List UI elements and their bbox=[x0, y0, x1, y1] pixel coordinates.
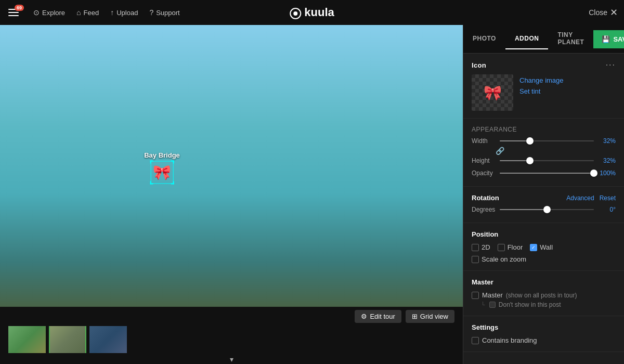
more-options-button[interactable]: ··· bbox=[606, 61, 616, 69]
save-icon: 💾 bbox=[602, 35, 610, 43]
degrees-slider-thumb[interactable] bbox=[543, 206, 551, 213]
tab-addon[interactable]: ADDON bbox=[505, 29, 549, 49]
opacity-slider-fill bbox=[500, 173, 594, 174]
height-slider-row: Height 32% bbox=[472, 157, 616, 164]
top-navigation: 69 ⊙ Explore ⌂ Feed ↑ Upload ? Support k… bbox=[0, 0, 624, 25]
position-floor-checkbox[interactable] bbox=[498, 244, 505, 251]
nav-support[interactable]: ? Support bbox=[145, 6, 184, 19]
gear-icon: ⚙ bbox=[361, 313, 367, 320]
set-tint-button[interactable]: Set tint bbox=[519, 87, 564, 95]
contains-branding-label: Contains branding bbox=[482, 336, 537, 344]
main-layout: Bay Bridge 🎀 ⚙ Edit tour ⊞ Grid bbox=[0, 25, 624, 364]
rotation-actions: Advanced Reset bbox=[566, 194, 616, 202]
grid-view-label: Grid view bbox=[420, 313, 448, 320]
close-button[interactable]: Close ✕ bbox=[589, 7, 618, 18]
tab-photo-label: PHOTO bbox=[473, 35, 496, 42]
right-panel: PHOTO ADDON TINYPLANET 💾 SAVE Icon ··· 🎀 bbox=[463, 25, 624, 364]
panel-tabs: PHOTO ADDON TINYPLANET 💾 SAVE bbox=[463, 25, 624, 54]
nav-right: Close ✕ bbox=[589, 7, 618, 18]
position-section: Position 2D Floor ✓ Wall Scale on zoom bbox=[463, 223, 624, 271]
width-slider-thumb[interactable] bbox=[526, 137, 534, 145]
appearance-title: Appearance bbox=[472, 126, 616, 133]
master-sub-label: (show on all posts in tour) bbox=[506, 292, 577, 299]
opacity-slider[interactable] bbox=[500, 173, 594, 174]
link-dimensions-icon[interactable]: 🔗 bbox=[472, 147, 616, 155]
nav-left: 69 ⊙ Explore ⌂ Feed ↑ Upload ? Support bbox=[6, 6, 184, 19]
contains-branding-option: Contains branding bbox=[472, 336, 616, 344]
close-label: Close bbox=[589, 8, 607, 17]
dont-show-row: └ Don't show in this post bbox=[472, 301, 616, 308]
thumbnails-strip bbox=[0, 326, 463, 353]
rotation-advanced-button[interactable]: Advanced bbox=[566, 194, 594, 202]
logo-icon bbox=[290, 8, 301, 19]
change-image-button[interactable]: Change image bbox=[519, 76, 564, 84]
position-wall-checkbox[interactable]: ✓ bbox=[530, 244, 537, 251]
bottom-toolbar: ⚙ Edit tour ⊞ Grid view bbox=[0, 307, 463, 326]
icon-section-title: Icon bbox=[472, 61, 486, 69]
position-2d-checkbox[interactable] bbox=[472, 244, 479, 251]
thumbnail-1[interactable] bbox=[8, 326, 46, 353]
dont-show-checkbox[interactable] bbox=[489, 302, 496, 308]
height-label: Height bbox=[472, 157, 496, 164]
position-floor-option[interactable]: Floor bbox=[498, 243, 523, 251]
dont-show-label: Don't show in this post bbox=[499, 301, 561, 308]
height-slider-thumb[interactable] bbox=[526, 157, 534, 164]
icon-preview: 🎀 bbox=[472, 74, 513, 111]
master-title: Master bbox=[472, 278, 616, 286]
contains-branding-checkbox[interactable] bbox=[472, 337, 479, 344]
rotation-reset-button[interactable]: Reset bbox=[600, 194, 616, 202]
height-slider[interactable] bbox=[500, 160, 594, 161]
degrees-slider[interactable] bbox=[500, 209, 594, 210]
upload-icon: ↑ bbox=[110, 8, 114, 17]
rotation-header: Rotation Advanced Reset bbox=[472, 194, 616, 202]
icon-image: 🎀 bbox=[484, 84, 502, 101]
panorama-viewer[interactable]: Bay Bridge 🎀 ⚙ Edit tour ⊞ Grid bbox=[0, 25, 463, 364]
position-2d-label: 2D bbox=[482, 243, 490, 251]
collapse-thumbnails-button[interactable]: ▾ bbox=[225, 355, 238, 364]
master-label: Master bbox=[482, 291, 503, 299]
position-title: Position bbox=[472, 230, 616, 238]
hamburger-menu[interactable]: 69 bbox=[6, 7, 21, 18]
degrees-value: 0° bbox=[598, 206, 616, 213]
scale-zoom-checkbox[interactable] bbox=[472, 256, 479, 263]
position-wall-option[interactable]: ✓ Wall bbox=[530, 243, 553, 251]
close-icon: ✕ bbox=[610, 7, 618, 18]
position-2d-option[interactable]: 2D bbox=[472, 243, 490, 251]
appearance-section: Appearance Width 32% 🔗 Height 32% bbox=[463, 119, 624, 187]
scale-zoom-option[interactable]: Scale on zoom bbox=[472, 255, 616, 263]
nav-support-label: Support bbox=[156, 9, 180, 17]
notification-badge: 69 bbox=[15, 5, 24, 11]
width-value: 32% bbox=[598, 137, 616, 145]
edit-tour-button[interactable]: ⚙ Edit tour bbox=[355, 310, 401, 323]
icon-section-header: Icon ··· bbox=[472, 61, 616, 69]
width-slider[interactable] bbox=[500, 140, 594, 141]
master-checkbox[interactable] bbox=[472, 292, 479, 299]
logo-text: kuula bbox=[304, 6, 334, 19]
opacity-slider-thumb[interactable] bbox=[590, 170, 597, 177]
grid-view-button[interactable]: ⊞ Grid view bbox=[406, 310, 454, 323]
nav-upload[interactable]: ↑ Upload bbox=[106, 6, 142, 19]
tab-tiny-planet[interactable]: TINYPLANET bbox=[548, 25, 593, 53]
master-section: Master Master (show on all posts in tour… bbox=[463, 271, 624, 316]
nav-upload-label: Upload bbox=[116, 9, 138, 17]
width-slider-row: Width 32% bbox=[472, 137, 616, 145]
save-label: SAVE bbox=[613, 35, 624, 43]
width-label: Width bbox=[472, 137, 496, 145]
opacity-label: Opacity bbox=[472, 170, 496, 177]
degrees-label: Degrees bbox=[472, 206, 496, 213]
position-floor-label: Floor bbox=[508, 243, 523, 251]
thumbnail-2[interactable] bbox=[49, 326, 86, 353]
nav-feed[interactable]: ⌂ Feed bbox=[72, 6, 103, 19]
degrees-slider-fill bbox=[500, 209, 547, 210]
scale-zoom-label: Scale on zoom bbox=[482, 255, 526, 263]
help-icon: ? bbox=[149, 8, 153, 17]
tab-photo[interactable]: PHOTO bbox=[463, 29, 505, 49]
nav-explore-label: Explore bbox=[42, 9, 65, 17]
home-icon: ⌂ bbox=[76, 8, 81, 17]
nav-explore[interactable]: ⊙ Explore bbox=[29, 6, 69, 19]
bottom-bar: ⚙ Edit tour ⊞ Grid view ▾ bbox=[0, 307, 463, 364]
width-slider-fill bbox=[500, 140, 530, 141]
save-button[interactable]: 💾 SAVE bbox=[593, 30, 624, 48]
logo: kuula bbox=[290, 6, 334, 19]
thumbnail-3[interactable] bbox=[89, 326, 127, 353]
